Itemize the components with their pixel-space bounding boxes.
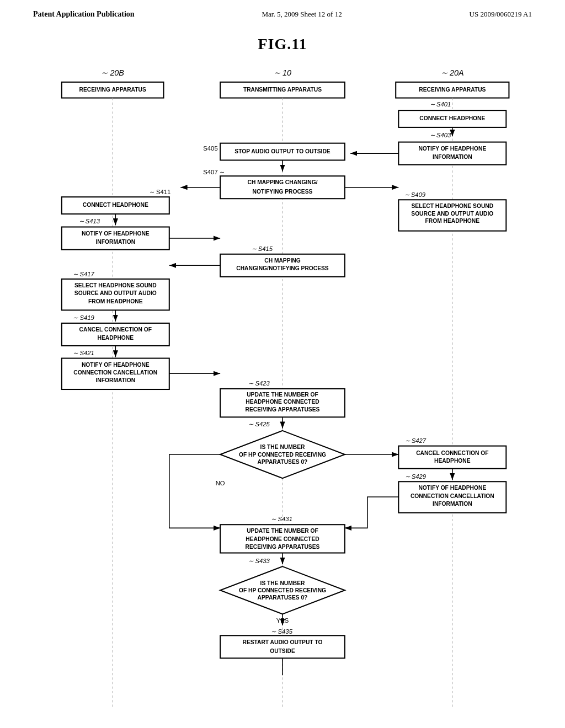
s423-line1: UPDATE THE NUMBER OF [247, 392, 318, 398]
s435-line1: RESTART AUDIO OUTPUT TO [242, 639, 322, 645]
s407-box-line2: NOTIFYING PROCESS [253, 189, 313, 195]
diagram-area: FIG.11 ∼ 20B RECEIVING APPARATUS ∼ 10 TR… [0, 24, 565, 726]
s431-line3: RECEIVING APPARATUSES [246, 544, 320, 550]
s435-line2: OUTSIDE [270, 648, 295, 654]
s403-label: ∼ S403 [430, 132, 451, 138]
s433-label: ∼ S433 [248, 558, 270, 564]
s407-label: S407 ∼ [203, 169, 224, 175]
s405-box: STOP AUDIO OUTPUT TO OUTSIDE [234, 148, 330, 154]
s425-line1: IS THE NUMBER [260, 444, 305, 450]
s403-box-line2: INFORMATION [433, 154, 472, 160]
s421-line2: CONNECTION CANCELLATION [73, 370, 157, 376]
s417-line3: FROM HEADPHONE [88, 298, 143, 304]
s421-line3: INFORMATION [96, 377, 136, 383]
s423-line3: RECEIVING APPARATUSES [246, 406, 320, 413]
yes-label: YES [276, 617, 289, 624]
page-header: Patent Application Publication Mar. 5, 2… [0, 0, 565, 24]
s427-line1: CANCEL CONNECTION OF [416, 450, 488, 456]
flowchart-svg: ∼ 20B RECEIVING APPARATUS ∼ 10 TRANSMITT… [22, 64, 543, 715]
s415-line2: CHANGING/NOTIFYING PROCESS [236, 265, 329, 271]
col-20a-label: ∼ 20A [441, 68, 464, 77]
s425-line3: APPARATUSES 0? [258, 459, 308, 465]
s429-label: ∼ S429 [405, 473, 427, 480]
s421-label: ∼ S421 [73, 350, 94, 356]
s419-line2: HEADPHONE [98, 335, 134, 341]
s429-line1: NOTIFY OF HEADPHONE [418, 485, 486, 491]
s401-label: ∼ S401 [430, 101, 451, 108]
s423-line2: HEADPHONE CONNECTED [246, 399, 319, 405]
col-20b-title: RECEIVING APPARATUS [79, 87, 146, 93]
s413-line2: INFORMATION [96, 239, 136, 245]
s421-line1: NOTIFY OF HEADPHONE [82, 362, 150, 368]
s425-line2: OF HP CONNECTED RECEIVING [239, 452, 326, 458]
s409-label: ∼ S409 [404, 191, 426, 198]
col-10-title: TRANSMITTING APPARATUS [243, 87, 322, 93]
s413-line1: NOTIFY OF HEADPHONE [82, 231, 150, 237]
col-10-label: ∼ 10 [274, 68, 291, 77]
s431-line1: UPDATE THE NUMBER OF [247, 528, 318, 534]
col-20a-title: RECEIVING APPARATUS [419, 87, 486, 93]
s403-box-line1: NOTIFY OF HEADPHONE [418, 146, 486, 152]
s433-line2: OF HP CONNECTED RECEIVING [239, 587, 326, 593]
s433-line1: IS THE NUMBER [260, 580, 305, 586]
s415-line1: CH MAPPING [264, 258, 301, 264]
no-label: NO [216, 480, 225, 486]
s429-line2: CONNECTION CANCELLATION [411, 493, 494, 499]
s423-label: ∼ S423 [248, 380, 270, 387]
s419-line1: CANCEL CONNECTION OF [79, 326, 152, 333]
header-patent-num: US 2009/0060219 A1 [470, 10, 532, 19]
s409-line2: SOURCE AND OUTPUT AUDIO [411, 211, 493, 217]
header-publication: Patent Application Publication [33, 10, 135, 19]
s425-label: ∼ S425 [248, 421, 270, 427]
col-20b-label: ∼ 20B [101, 68, 124, 77]
s413-label: ∼ S413 [79, 218, 100, 224]
s427-label: ∼ S427 [405, 437, 427, 444]
s433-line3: APPARATUSES 0? [258, 595, 308, 601]
s431-label: ∼ S431 [271, 516, 292, 522]
s411-label: ∼ S411 [150, 189, 170, 195]
s427-line2: HEADPHONE [434, 458, 471, 464]
s417-line2: SOURCE AND OUTPUT AUDIO [74, 290, 157, 296]
s431-line2: HEADPHONE CONNECTED [246, 536, 319, 542]
s401-box: CONNECT HEADPHONE [419, 115, 485, 121]
s435-label: ∼ S435 [271, 628, 292, 635]
figure-title: FIG.11 [22, 35, 543, 53]
s415-label: ∼ S415 [252, 245, 273, 252]
s419-label: ∼ S419 [73, 314, 94, 321]
s409-line1: SELECT HEADPHONE SOUND [412, 203, 494, 209]
s409-line3: FROM HEADPHONE [425, 218, 480, 224]
s417-line1: SELECT HEADPHONE SOUND [74, 282, 157, 288]
header-date-sheet: Mar. 5, 2009 Sheet 12 of 12 [262, 10, 342, 19]
s411-box: CONNECT HEADPHONE [83, 202, 148, 208]
s407-box-line1: CH MAPPING CHANGING/ [247, 179, 317, 185]
s429-line3: INFORMATION [433, 501, 472, 507]
s417-label: ∼ S417 [73, 271, 94, 277]
